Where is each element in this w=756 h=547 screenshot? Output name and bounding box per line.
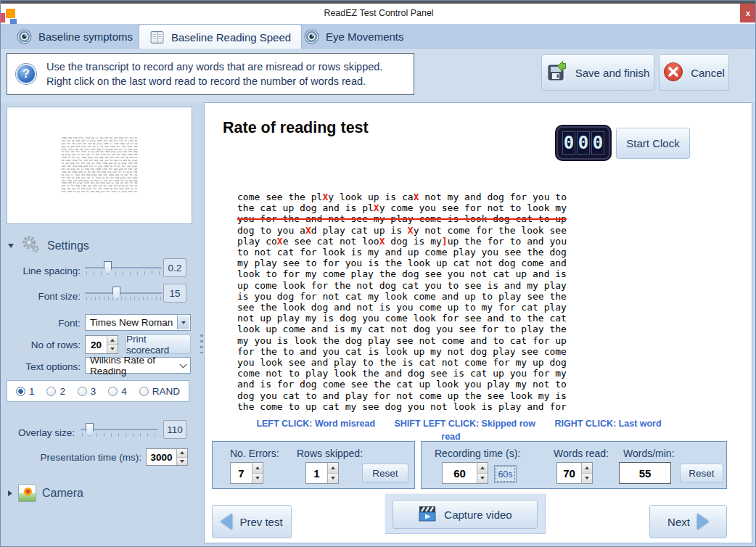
start-clock-button[interactable]: Start Clock <box>616 128 690 159</box>
cancel-button[interactable]: Cancel <box>659 54 729 91</box>
prev-test-label: Prev test <box>239 516 282 528</box>
transcript-line[interactable]: come see the plXy look up is caX not my … <box>237 192 567 202</box>
print-scorecard-button[interactable]: Print scorecard <box>126 334 191 354</box>
book-icon <box>149 30 165 45</box>
transcript-line[interactable]: dog you cat to and play for not come up … <box>237 390 567 401</box>
stepper-up-icon[interactable] <box>477 463 488 474</box>
page-preview[interactable]: come see the plXy look up is caX not my … <box>7 107 192 224</box>
words-read-value: 70 <box>557 463 581 483</box>
transcript-line[interactable]: my you is look the dog play see not come… <box>237 335 567 346</box>
stepper-up-icon[interactable] <box>107 336 118 345</box>
stepper-up-icon[interactable] <box>177 449 187 458</box>
transcript-line[interactable]: see the look dog and not is you come up … <box>237 302 567 313</box>
transcript-line[interactable]: the cat up dog and is plXy come you see … <box>237 202 567 213</box>
prev-test-button[interactable]: Prev test <box>212 505 292 538</box>
transcript-line[interactable]: play coXe see cat not looX dog is my]up … <box>237 236 567 247</box>
stepper-down-icon[interactable] <box>582 474 592 484</box>
clock-digit: 0 <box>591 131 604 155</box>
test-number-radio-group: 1 2 3 4 RAND <box>7 380 189 402</box>
stepper-down-icon[interactable] <box>177 458 187 466</box>
close-icon[interactable]: x <box>740 4 756 22</box>
font-size-label: Font size: <box>5 291 81 302</box>
transcript-line[interactable]: the come to up cat my see dog you not lo… <box>237 401 567 412</box>
capture-video-button[interactable]: Capture video <box>393 500 538 529</box>
line-spacing-slider[interactable] <box>85 260 162 276</box>
font-size-slider[interactable] <box>85 286 162 302</box>
camera-section-header[interactable]: Camera <box>8 484 83 502</box>
errors-value: 7 <box>231 463 252 483</box>
help-icon: ? <box>16 64 36 84</box>
rows-skipped-stepper[interactable]: 1 <box>305 462 339 484</box>
words-read-label: Words read: <box>554 448 609 459</box>
text-options-select[interactable]: Wilkins Rate of Reading <box>85 357 191 374</box>
tab-label: Eye Movements <box>326 30 404 43</box>
next-button[interactable]: Next <box>649 505 727 538</box>
splitter-handle[interactable] <box>200 334 203 353</box>
transcript-line[interactable]: my play see to for you is the look up ca… <box>237 258 567 268</box>
reset-timing-button[interactable]: Reset <box>680 464 723 483</box>
legend-left-click: LEFT CLICK: Word misread <box>256 419 375 429</box>
radio-test-1[interactable]: 1 <box>16 386 35 397</box>
transcript-line[interactable]: up come look for the not dog cat you to … <box>237 280 567 291</box>
stepper-up-icon[interactable] <box>328 463 338 474</box>
readez-window: ReadEZ Test Control Panel x Baseline sym… <box>0 0 756 547</box>
radio-test-2[interactable]: 2 <box>46 386 65 397</box>
stepper-down-icon[interactable] <box>252 474 263 484</box>
radio-test-4[interactable]: 4 <box>108 386 127 397</box>
stepper-up-icon[interactable] <box>582 463 592 474</box>
instruction-box: ? Use the transcript to record any words… <box>7 53 414 95</box>
transcript-line[interactable]: you look see and play to the is cat not … <box>237 357 567 368</box>
stepper-down-icon[interactable] <box>107 345 118 354</box>
tab-baseline-reading-speed[interactable]: Baseline Reading Speed <box>139 24 302 49</box>
line-spacing-value: 0.2 <box>163 258 186 277</box>
settings-section-header[interactable]: Settings <box>8 234 89 258</box>
tab-baseline-symptoms[interactable]: Baseline symptoms <box>7 24 143 49</box>
recording-time-stepper[interactable]: 60 <box>442 462 488 484</box>
tab-label: Baseline Reading Speed <box>171 31 291 44</box>
chevron-down-icon[interactable] <box>177 316 189 329</box>
instruction-line2: Right click on the last word read to rec… <box>46 74 382 89</box>
cancel-icon <box>663 62 683 84</box>
save-and-finish-button[interactable]: Save and finish <box>541 54 654 91</box>
clock-digit: 0 <box>577 131 590 155</box>
rows-stepper[interactable]: 20 <box>85 335 118 354</box>
transcript-line[interactable]: is you dog for not cat my look come and … <box>237 291 567 302</box>
transcript-line[interactable]: and is for dog come see the cat up look … <box>237 379 567 390</box>
stepper-up-icon[interactable] <box>252 463 263 474</box>
tab-label: Baseline symptoms <box>38 30 133 43</box>
tab-eye-movements[interactable]: Eye Movements <box>294 24 414 49</box>
radio-icon <box>16 387 25 396</box>
window-title: ReadEZ Test Control Panel <box>1 8 756 18</box>
transcript-line[interactable]: dog to you aXd play cat up is Xy not com… <box>237 225 567 236</box>
stepper-down-icon[interactable] <box>328 474 338 484</box>
transcript-line[interactable]: for the to and you cat is look up my not… <box>237 346 567 357</box>
transcript-line[interactable]: to not cat for look is my and up come pl… <box>237 247 567 258</box>
errors-stepper[interactable]: 7 <box>230 462 263 484</box>
words-read-stepper[interactable]: 70 <box>556 462 593 484</box>
font-combobox[interactable]: Times New Roman <box>85 314 191 331</box>
transcript-line[interactable]: come not to play look the and dog see is… <box>237 368 567 379</box>
camera-image-icon <box>18 484 36 502</box>
presentation-time-stepper[interactable]: 3000 <box>146 448 188 466</box>
transcript-line[interactable]: look up come and is my cat not dog you s… <box>237 324 567 334</box>
overlay-size-slider[interactable] <box>81 422 157 438</box>
settings-label: Settings <box>47 239 89 252</box>
misread-marker: X <box>374 202 379 213</box>
tab-strip: Baseline symptoms Baseline Reading Speed… <box>1 24 756 49</box>
radio-test-3[interactable]: 3 <box>78 386 96 397</box>
stepper-down-icon[interactable] <box>477 474 488 484</box>
transcript-line[interactable]: you for the and not see my play come is … <box>237 213 567 224</box>
capture-video-panel: Capture video <box>385 493 546 534</box>
sixty-seconds-button[interactable]: 60s <box>494 465 517 483</box>
radio-test-rand[interactable]: RAND <box>139 386 180 397</box>
reset-errors-button[interactable]: Reset <box>362 464 408 483</box>
transcript-line[interactable]: not up play my is dog you come look for … <box>237 313 567 324</box>
transcript-line[interactable]: look to for my come play the dog see you… <box>237 268 567 279</box>
save-and-finish-label: Save and finish <box>575 67 650 79</box>
recording-time-label: Recording time (s): <box>435 448 520 459</box>
words-per-min-value: 55 <box>619 462 671 484</box>
titlebar[interactable]: ReadEZ Test Control Panel x <box>1 4 756 24</box>
camera-label: Camera <box>42 487 83 500</box>
radio-icon <box>46 387 56 396</box>
overlay-size-value: 110 <box>163 420 186 439</box>
